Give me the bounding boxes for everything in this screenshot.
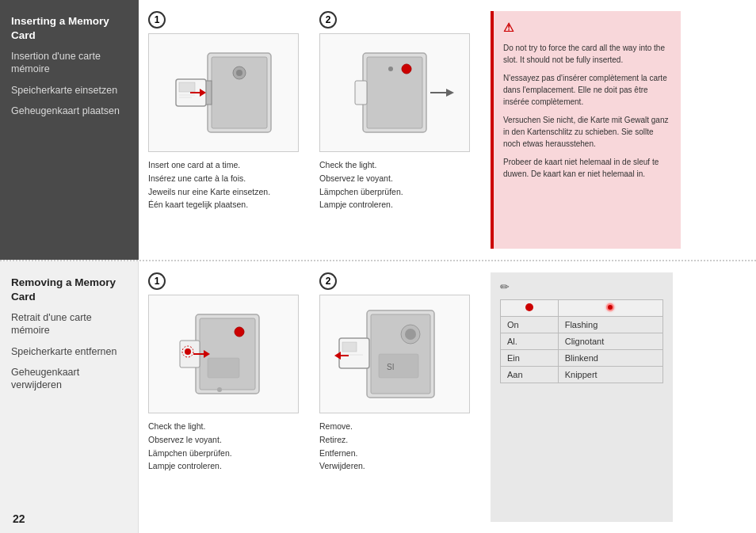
page-number: 22 (13, 512, 25, 525)
svg-text:SI: SI (387, 363, 394, 371)
status-aan: Aan (501, 367, 559, 383)
svg-rect-31 (342, 342, 357, 352)
insert-diagram-2 (319, 33, 470, 152)
note-box: ✏ On Flashing (491, 272, 673, 522)
bottom-sidebar-title: Removing a Memory Card (11, 276, 127, 303)
svg-rect-12 (367, 57, 422, 128)
table-row: Aan Knippert (501, 367, 663, 383)
warning-box: ⚠ Do not try to force the card all the w… (491, 11, 681, 249)
bottom-section: Removing a Memory Card Retrait d'une car… (0, 261, 756, 533)
svg-rect-26 (208, 358, 239, 378)
warning-icon: ⚠ (503, 19, 671, 37)
top-step-2-caption: Check the light. Observez le voyant. Läm… (319, 158, 403, 211)
table-row: Ein Blinkend (501, 350, 663, 367)
svg-point-22 (185, 348, 191, 355)
bottom-sidebar-sub-2: Speicherkarte entfernen (11, 345, 127, 358)
svg-point-10 (236, 70, 242, 76)
bottom-step-1-number: 1 (148, 272, 166, 290)
remove-diagram-2: SI (319, 295, 470, 413)
status-knippert: Knippert (558, 367, 662, 383)
top-sidebar-title: Inserting a Memory Card (11, 14, 128, 42)
bottom-sidebar-sub-3: Geheugenkaart verwijderen (11, 366, 127, 392)
svg-point-27 (217, 387, 222, 392)
bottom-sidebar: Removing a Memory Card Retrait d'une car… (0, 261, 139, 533)
flash-dot-icon (606, 303, 614, 311)
top-sidebar: Inserting a Memory Card Insertion d'une … (0, 0, 139, 260)
bottom-step-1-caption: Check the light. Observez le voyant. Läm… (148, 420, 232, 473)
insert-diagram-1 (148, 33, 299, 152)
table-row: Al. Clignotant (501, 333, 663, 350)
bottom-steps: 1 (139, 261, 756, 533)
svg-point-15 (388, 67, 393, 71)
status-blinkend: Blinkend (558, 350, 662, 367)
top-sidebar-sub-2: Speicherkarte einsetzen (11, 84, 128, 97)
bottom-sidebar-sub-1: Retrait d'une carte mémoire (11, 311, 127, 337)
table-row: On Flashing (501, 317, 663, 333)
col1-header (501, 300, 559, 317)
step-1-number: 1 (148, 11, 166, 29)
col2-header (558, 300, 662, 317)
remove-diagram-1 (148, 295, 299, 413)
status-al: Al. (501, 333, 559, 350)
bottom-step-1: 1 (148, 272, 307, 522)
top-step-2: 2 Check the light. (319, 11, 478, 249)
status-table: On Flashing Al. Clignotant Ein Blinkend … (500, 299, 663, 383)
svg-rect-13 (355, 81, 367, 105)
status-ein: Ein (501, 350, 559, 367)
solid-dot-icon (525, 303, 533, 311)
status-clignotant: Clignotant (558, 333, 662, 350)
svg-point-21 (235, 327, 244, 337)
status-flashing: Flashing (558, 317, 662, 333)
svg-point-14 (402, 64, 411, 74)
bottom-step-2-caption: Remove. Retirez. Entfernen. Verwijderen. (319, 420, 365, 473)
top-step-1-caption: Insert one card at a time. Insérez une c… (148, 158, 270, 211)
pencil-icon: ✏ (500, 280, 663, 293)
top-steps: 1 (139, 0, 756, 260)
svg-rect-4 (179, 82, 195, 92)
svg-point-36 (405, 329, 416, 340)
top-step-1: 1 (148, 11, 307, 249)
top-sidebar-sub-1: Insertion d'une carte mémoire (11, 50, 128, 76)
bottom-step-2-number: 2 (319, 272, 337, 290)
top-section: Inserting a Memory Card Insertion d'une … (0, 0, 756, 261)
svg-marker-17 (446, 89, 454, 97)
step-2-number: 2 (319, 11, 337, 29)
bottom-step-2: 2 SI (319, 272, 478, 522)
status-on: On (501, 317, 559, 333)
top-sidebar-sub-3: Geheugenkaart plaatsen (11, 105, 128, 117)
svg-rect-37 (379, 354, 418, 378)
